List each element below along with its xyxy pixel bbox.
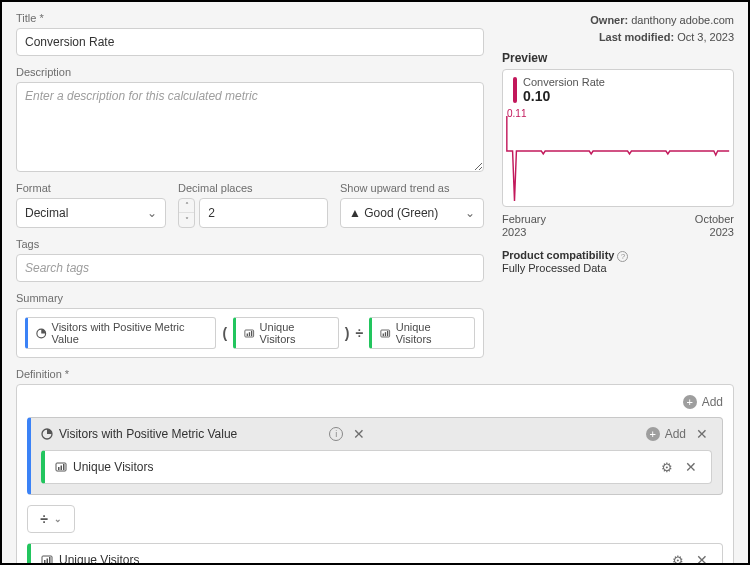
preview-color-bar	[513, 77, 517, 103]
close-icon[interactable]: ✕	[692, 426, 712, 442]
preview-date-range: February2023 October2023	[502, 213, 734, 239]
stepper-up-icon[interactable]: ˄	[179, 199, 194, 213]
segment-container[interactable]: Visitors with Positive Metric Value i ✕ …	[27, 417, 723, 495]
svg-rect-6	[383, 333, 384, 336]
svg-rect-15	[44, 560, 46, 563]
metric-row[interactable]: Unique Visitors ⚙ ✕	[41, 450, 712, 484]
metric-icon	[55, 461, 67, 473]
open-paren: (	[222, 325, 227, 341]
add-button[interactable]: + Add	[683, 395, 723, 409]
plus-icon: +	[683, 395, 697, 409]
summary-box: Visitors with Positive Metric Value ( Un…	[16, 308, 484, 358]
metric-icon	[380, 328, 390, 339]
chevron-down-icon: ⌄	[54, 514, 62, 524]
metric-icon	[41, 554, 53, 565]
title-input[interactable]	[16, 28, 484, 56]
close-paren: )	[345, 325, 350, 341]
svg-rect-4	[251, 330, 252, 335]
svg-rect-3	[249, 332, 250, 336]
close-icon[interactable]: ✕	[681, 459, 701, 475]
preview-title: Preview	[502, 51, 734, 65]
format-select[interactable]: Decimal ⌄	[16, 198, 166, 228]
svg-rect-7	[385, 332, 386, 336]
summary-label: Summary	[16, 292, 484, 304]
gear-icon[interactable]: ⚙	[672, 553, 684, 566]
chevron-down-icon: ⌄	[465, 206, 475, 220]
format-label: Format	[16, 182, 166, 194]
chevron-down-icon: ⌄	[147, 206, 157, 220]
trend-label: Show upward trend as	[340, 182, 484, 194]
definition-label: Definition*	[16, 368, 734, 380]
summary-segment-1[interactable]: Visitors with Positive Metric Value	[25, 317, 216, 349]
preview-metric-name: Conversion Rate	[523, 76, 605, 88]
preview-chart: 0.11	[503, 106, 733, 206]
tags-input[interactable]	[16, 254, 484, 282]
svg-rect-12	[61, 466, 63, 471]
description-label: Description	[16, 66, 484, 78]
description-input[interactable]	[16, 82, 484, 172]
svg-rect-17	[49, 557, 51, 563]
svg-rect-2	[247, 333, 248, 336]
close-icon[interactable]: ✕	[692, 552, 712, 565]
decimal-stepper[interactable]: ˄ ˅	[178, 198, 195, 228]
decimal-label: Decimal places	[178, 182, 328, 194]
svg-rect-16	[47, 559, 49, 564]
decimal-input[interactable]	[199, 198, 328, 228]
meta-info: Owner: danthony adobe.com Last modified:…	[502, 12, 734, 45]
definition-box: + Add Visitors with Positive Metric Valu…	[16, 384, 734, 565]
operator-select[interactable]: ÷ ⌄	[27, 505, 75, 533]
title-label: Title*	[16, 12, 484, 24]
preview-peak-label: 0.11	[507, 108, 526, 119]
trend-select[interactable]: ▲ Good (Green) ⌄	[340, 198, 484, 228]
segment-icon	[41, 428, 53, 440]
segment-icon	[36, 328, 47, 339]
metric-row[interactable]: Unique Visitors ⚙ ✕	[27, 543, 723, 565]
product-compatibility: Product compatibility? Fully Processed D…	[502, 249, 734, 274]
summary-metric-1[interactable]: Unique Visitors	[233, 317, 339, 349]
segment-name: Visitors with Positive Metric Value	[59, 427, 323, 441]
preview-metric-value: 0.10	[523, 88, 605, 104]
svg-rect-13	[63, 464, 65, 470]
plus-icon: +	[646, 427, 660, 441]
svg-rect-8	[387, 330, 388, 335]
help-icon[interactable]: ?	[617, 251, 628, 262]
metric-icon	[244, 328, 254, 339]
summary-metric-2[interactable]: Unique Visitors	[369, 317, 475, 349]
stepper-down-icon[interactable]: ˅	[179, 213, 194, 227]
divide-operator: ÷	[356, 325, 364, 341]
add-button[interactable]: + Add	[646, 427, 686, 441]
gear-icon[interactable]: ⚙	[661, 460, 673, 475]
svg-rect-11	[58, 467, 60, 470]
close-icon[interactable]: ✕	[349, 426, 369, 442]
preview-box: Conversion Rate 0.10 0.11	[502, 69, 734, 207]
tags-label: Tags	[16, 238, 484, 250]
info-icon[interactable]: i	[329, 427, 343, 441]
